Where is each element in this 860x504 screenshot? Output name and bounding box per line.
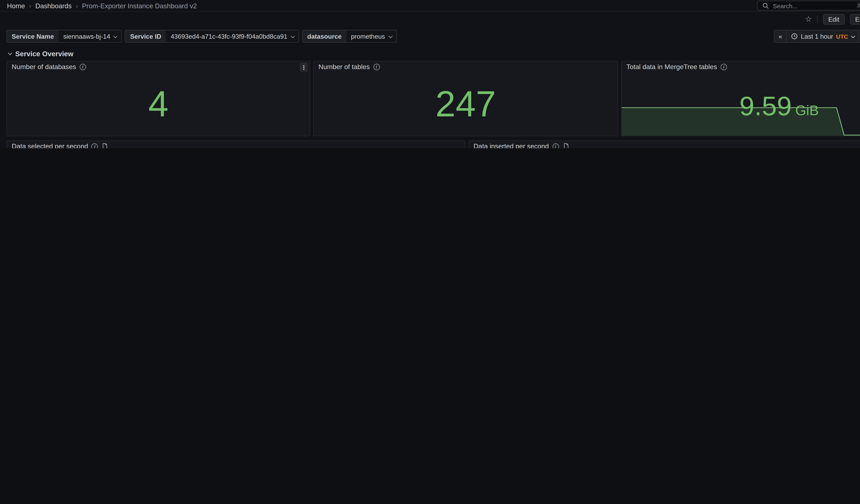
section-service-overview[interactable]: Service Overview	[8, 50, 73, 58]
search-input[interactable]: Search... ⌘+k	[757, 1, 860, 11]
template-variables: Service Name siennaaws-bj-14 Service ID …	[6, 30, 397, 43]
panel-description-icon[interactable]	[562, 143, 569, 148]
variable-value: 43693ed4-a71c-43fc-93f9-f04a0bd8ca91	[171, 33, 287, 40]
chevron-down-icon	[851, 34, 855, 38]
breadcrumb-separator-icon: ›	[76, 2, 78, 9]
time-shift-forward-button[interactable]: »	[858, 30, 860, 42]
chevron-down-icon	[8, 51, 12, 55]
favorite-star-icon[interactable]: ☆	[805, 15, 812, 23]
variable-service-id[interactable]: Service ID 43693ed4-a71c-43fc-93f9-f04a0…	[125, 30, 299, 43]
search-icon	[762, 2, 770, 9]
panel-title[interactable]: Data selected per second	[12, 143, 88, 148]
stat-value: 9.59 GiB	[740, 92, 819, 119]
panel-title[interactable]: Data inserted per second	[474, 143, 549, 148]
info-icon[interactable]: i	[720, 63, 727, 70]
stat-value: 247	[435, 86, 496, 122]
variable-label: Service ID	[125, 30, 166, 42]
time-shift-back-button[interactable]: «	[775, 30, 786, 42]
panel-title[interactable]: Number of databases	[12, 63, 76, 70]
export-label: Export	[855, 15, 860, 23]
breadcrumb: Home › Dashboards › Prom-Exporter Instan…	[7, 2, 197, 9]
variable-service-name[interactable]: Service Name siennaaws-bj-14	[6, 30, 122, 43]
chevron-down-icon	[291, 34, 295, 38]
variable-label: datasource	[303, 30, 346, 42]
info-icon[interactable]: i	[80, 63, 86, 70]
variable-value: prometheus	[351, 33, 385, 40]
breadcrumb-home[interactable]: Home	[7, 2, 25, 9]
breadcrumb-dashboards[interactable]: Dashboards	[35, 2, 72, 9]
info-icon[interactable]: i	[91, 143, 98, 148]
chevron-down-icon	[388, 34, 392, 38]
search-shortcut: ⌘+k	[857, 2, 860, 9]
panel-data-inserted-per-second: Data inserted per second i 607 KiB/s	[468, 140, 860, 148]
info-icon[interactable]: i	[373, 63, 379, 70]
divider	[817, 15, 818, 23]
time-range-group: « Last 1 hour UTC »	[774, 30, 860, 43]
breadcrumb-separator-icon: ›	[29, 2, 31, 9]
search-placeholder: Search...	[773, 2, 853, 9]
clock-icon	[791, 33, 798, 40]
panel-title[interactable]: Total data in MergeTree tables	[627, 63, 717, 70]
edit-button[interactable]: Edit	[823, 14, 845, 24]
dashboard-toolbar: ☆ Edit Export Share	[0, 12, 860, 26]
top-nav: Home › Dashboards › Prom-Exporter Instan…	[0, 0, 860, 12]
nav-right-controls: Search... ⌘+k + ?	[757, 1, 860, 11]
panel-number-of-tables: Number of tables i 247	[313, 61, 618, 136]
section-title: Service Overview	[15, 50, 73, 58]
dashboard-page: Home › Dashboards › Prom-Exporter Instan…	[0, 0, 860, 148]
variable-value: siennaaws-bj-14	[63, 33, 110, 40]
variable-label: Service Name	[7, 30, 59, 42]
panel-title[interactable]: Number of tables	[318, 63, 370, 70]
chevron-down-icon	[114, 34, 118, 38]
timezone-label: UTC	[836, 33, 848, 39]
breadcrumb-current: Prom-Exporter Instance Dashboard v2	[82, 2, 197, 9]
export-button[interactable]: Export	[850, 14, 860, 24]
stat-value: 4	[148, 86, 168, 122]
variable-datasource[interactable]: datasource prometheus	[302, 30, 397, 43]
time-range-label: Last 1 hour	[801, 33, 833, 40]
time-range-picker[interactable]: Last 1 hour UTC	[786, 30, 858, 42]
panel-number-of-databases: Number of databases i ⋮ 4	[6, 61, 310, 136]
panel-total-mergetree-data: Total data in MergeTree tables i 9.59 Gi…	[621, 61, 860, 136]
panel-menu-icon[interactable]: ⋮	[300, 62, 308, 72]
info-icon[interactable]: i	[552, 143, 559, 148]
panel-data-selected-per-second: Data selected per second i 1.19 MiB/s	[6, 140, 465, 148]
panel-description-icon[interactable]	[101, 143, 109, 148]
sub-header: Service Name siennaaws-bj-14 Service ID …	[0, 26, 860, 46]
